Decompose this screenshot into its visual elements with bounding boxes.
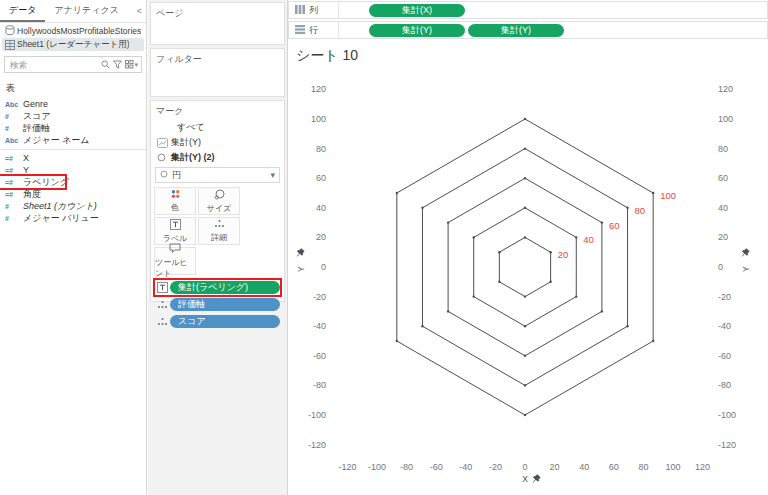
pages-label: ページ: [151, 3, 284, 22]
field-label: メジャー ネーム: [23, 134, 90, 147]
pane-tabbar: データ アナリティクス <: [0, 0, 146, 23]
field-label: メジャー バリュー: [23, 212, 99, 225]
mark-button-label[interactable]: ラベル: [154, 217, 196, 245]
svg-text:0: 0: [718, 262, 723, 272]
field-item-Genre[interactable]: AbcGenre: [0, 98, 146, 110]
mark-button-size[interactable]: サイズ: [198, 187, 240, 215]
svg-text:20: 20: [550, 462, 560, 472]
field-item-X[interactable]: =#X: [0, 152, 146, 164]
filter-funnel-icon[interactable]: [113, 60, 122, 69]
field-item-Y[interactable]: =#Y: [0, 164, 146, 176]
rows-pill-area: 集計(Y)集計(Y): [369, 24, 564, 37]
svg-text:-20: -20: [313, 292, 326, 302]
mark-type-value: 円: [172, 169, 181, 182]
svg-text:0: 0: [522, 462, 527, 472]
rows-shelf-name: 行: [289, 22, 339, 38]
rows-shelf[interactable]: 行 集計(Y)集計(Y): [288, 21, 768, 39]
columns-shelf-label: 列: [309, 4, 318, 17]
svg-text:-60: -60: [430, 462, 443, 472]
shelf-pill[interactable]: 集計(Y): [369, 24, 465, 37]
svg-text:-40: -40: [718, 321, 731, 331]
axis-pin-icon[interactable]: [531, 474, 541, 484]
field-search[interactable]: ▾: [4, 56, 142, 73]
search-input[interactable]: [8, 59, 98, 71]
axis-pin-icon[interactable]: [295, 248, 305, 258]
circle-mark-icon: [160, 170, 168, 180]
columns-shelf[interactable]: 列 集計(X): [288, 1, 768, 19]
svg-text:-100: -100: [718, 410, 736, 420]
svg-text:-60: -60: [718, 351, 731, 361]
mark-layer[interactable]: 集計(Y) (2): [151, 150, 284, 165]
calculated-number-icon: =#: [5, 191, 23, 198]
data-source-list: HollywoodsMostProfitableStoriesSheet1 (レ…: [0, 24, 146, 51]
svg-text:-100: -100: [368, 462, 386, 472]
field-divider: [0, 149, 146, 150]
svg-text:-40: -40: [313, 321, 326, 331]
rows-icon: [295, 25, 305, 36]
svg-text:-80: -80: [313, 380, 326, 390]
svg-text:-80: -80: [718, 380, 731, 390]
search-icon[interactable]: [101, 60, 110, 69]
calculated-number-icon: =#: [5, 155, 23, 162]
marks-pill-row: スコア: [155, 314, 280, 329]
svg-text:0: 0: [321, 262, 326, 272]
mark-layer[interactable]: すべて: [151, 120, 284, 135]
pill[interactable]: スコア: [170, 315, 280, 328]
tab-analytics[interactable]: アナリティクス: [45, 0, 127, 22]
data-source-item[interactable]: Sheet1 (レーダーチャート用): [2, 38, 144, 51]
tab-data[interactable]: データ: [0, 0, 45, 22]
field-list: AbcGenre#スコア#評価軸Abcメジャー ネーム=#X=#Y=#ラベリング…: [0, 98, 146, 224]
data-source-item[interactable]: HollywoodsMostProfitableStories: [2, 24, 144, 37]
field-item-ラベリング[interactable]: =#ラベリング: [0, 176, 65, 188]
calculated-number-icon: =#: [5, 179, 23, 186]
svg-text:40: 40: [718, 203, 728, 213]
svg-text:60: 60: [718, 173, 728, 183]
pages-card[interactable]: ページ: [150, 2, 285, 45]
pill[interactable]: 評価軸: [170, 298, 280, 311]
mark-button-color[interactable]: 色: [154, 187, 196, 215]
field-item-メジャー-バリュー[interactable]: #メジャー バリュー: [0, 212, 146, 224]
field-item-評価軸[interactable]: #評価軸: [0, 122, 146, 134]
svg-text:100: 100: [665, 462, 680, 472]
mark-layer[interactable]: 集計(Y): [151, 135, 284, 150]
tooltip-icon: [169, 243, 181, 256]
detail-shelf-icon: [155, 300, 170, 310]
size-icon: [214, 189, 225, 202]
svg-text:80: 80: [718, 144, 728, 154]
pill[interactable]: 集計(ラベリング): [170, 281, 280, 294]
field-item-角度[interactable]: =#角度: [0, 188, 146, 200]
svg-text:-20: -20: [489, 462, 502, 472]
svg-text:Y: Y: [741, 266, 751, 272]
view-options-icon[interactable]: ▾: [125, 60, 138, 69]
field-item-スコア[interactable]: #スコア: [0, 110, 146, 122]
svg-text:-60: -60: [313, 351, 326, 361]
shelf-pill[interactable]: 集計(Y): [468, 24, 564, 37]
svg-text:120: 120: [718, 84, 733, 94]
svg-text:40: 40: [583, 234, 594, 245]
mark-button-tooltip[interactable]: ツールヒント: [154, 247, 196, 275]
field-label: Genre: [23, 99, 48, 109]
svg-text:20: 20: [718, 232, 728, 242]
marks-card: マーク すべて集計(Y)集計(Y) (2) 円 ▾ 色サイズラベル詳細ツールヒン…: [150, 100, 285, 302]
field-item-Sheet1-(カウント)[interactable]: #Sheet1 (カウント): [0, 200, 146, 212]
marks-pill-row: 評価軸: [155, 297, 280, 312]
field-label: X: [23, 153, 29, 163]
svg-text:20: 20: [558, 249, 569, 260]
svg-text:X: X: [522, 474, 528, 484]
number-icon: #: [5, 203, 23, 210]
mark-button-detail[interactable]: 詳細: [198, 217, 240, 245]
shelf-pill[interactable]: 集計(X): [369, 4, 465, 17]
pane-collapse-icon[interactable]: <: [133, 0, 146, 22]
field-item-メジャー-ネーム[interactable]: Abcメジャー ネーム: [0, 134, 146, 146]
svg-text:60: 60: [609, 462, 619, 472]
radar-chart: 120100806040200-20-40-60-80-100-12012010…: [288, 42, 768, 495]
axis-pin-icon[interactable]: [740, 248, 750, 258]
mark-type-dropdown[interactable]: 円 ▾: [155, 167, 280, 183]
svg-text:60: 60: [609, 220, 620, 231]
detail-icon: [214, 219, 225, 231]
svg-text:80: 80: [635, 205, 646, 216]
svg-text:100: 100: [660, 190, 676, 201]
svg-text:-120: -120: [338, 462, 356, 472]
filters-card[interactable]: フィルター: [150, 48, 285, 97]
svg-text:-100: -100: [308, 410, 326, 420]
